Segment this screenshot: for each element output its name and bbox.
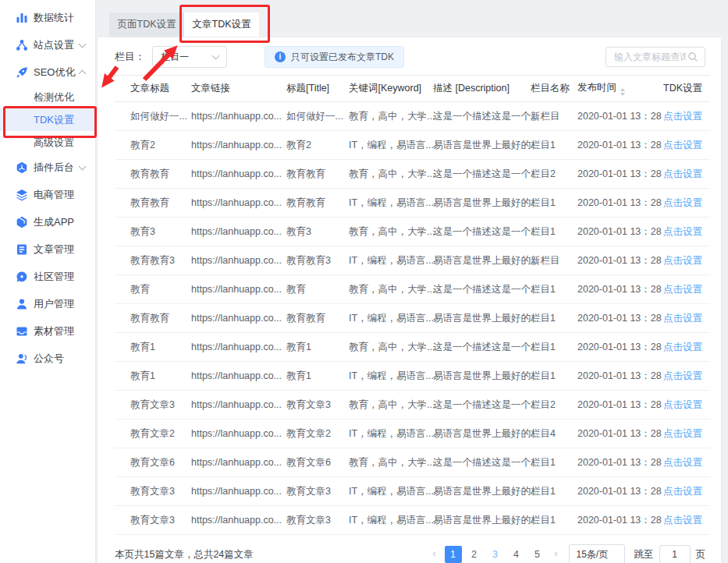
table-footer: 本页共15篇文章，总共24篇文章 ‹12345› 15条/页 跳至 页 bbox=[115, 535, 705, 563]
table-row: 教育https://lanhuapp.co...教育教育，高中，大学...这是一… bbox=[115, 275, 710, 304]
tdk-setting-link[interactable]: 点击设置 bbox=[663, 313, 702, 324]
page-button-1[interactable]: 1 bbox=[445, 546, 462, 563]
sort-caret-icon[interactable] bbox=[620, 88, 625, 96]
sidebar-item-plugins[interactable]: 插件后台 bbox=[0, 154, 95, 181]
article-link-cell: https://lanhuapp.co... bbox=[176, 160, 271, 189]
publish-time-cell: 2020-01-01 13：28 bbox=[562, 189, 648, 218]
article-title-cell: 教育文章3 bbox=[115, 391, 176, 420]
column-select[interactable]: 栏目一 bbox=[152, 46, 227, 68]
page-summary: 本页共15篇文章，总共24篇文章 bbox=[115, 548, 254, 561]
table-row: 教育1https://lanhuapp.co...教育1教育，高中，大学...这… bbox=[115, 333, 710, 362]
page-button-3[interactable]: 3 bbox=[487, 546, 504, 563]
filter-bar: 栏目： 栏目一 i 只可设置已发布文章TDK bbox=[115, 45, 705, 69]
keyword-cell: 教育，高中，大学... bbox=[333, 333, 417, 362]
sidebar-item-users[interactable]: 用户管理 bbox=[0, 290, 95, 317]
sidebar-item-tdk[interactable]: TDK设置 bbox=[0, 108, 95, 131]
tdk-setting-link[interactable]: 点击设置 bbox=[663, 399, 702, 410]
tdk-setting-link[interactable]: 点击设置 bbox=[663, 168, 702, 179]
sidebar-item-label: SEO优化 bbox=[34, 66, 75, 80]
tdk-setting-link[interactable]: 点击设置 bbox=[663, 197, 702, 208]
sidebar-item-label: 素材管理 bbox=[34, 324, 74, 338]
notice-text: 只可设置已发布文章TDK bbox=[291, 51, 394, 64]
tab-bar: 页面TDK设置 文章TDK设置 bbox=[109, 12, 259, 37]
table-row: 教育1https://lanhuapp.co...教育1IT，编程，易语言...… bbox=[115, 362, 710, 391]
tdk-setting-link[interactable]: 点击设置 bbox=[663, 486, 702, 497]
column-header-publish-time[interactable]: 发布时间 bbox=[562, 76, 648, 102]
table-row: 教育3https://lanhuapp.co...教育3教育，高中，大学...这… bbox=[115, 218, 710, 246]
tab-article-tdk[interactable]: 文章TDK设置 bbox=[184, 12, 259, 37]
page-size-select[interactable]: 15条/页 bbox=[569, 544, 625, 563]
page-button-2[interactable]: 2 bbox=[466, 546, 483, 563]
search-box[interactable] bbox=[605, 47, 705, 67]
tdk-setting-link[interactable]: 点击设置 bbox=[663, 457, 702, 468]
prev-page-button[interactable]: ‹ bbox=[428, 546, 441, 563]
table-row: 教育教育3https://lanhuapp.co...教育教育3IT，编程，易语… bbox=[115, 246, 710, 275]
page-button-4[interactable]: 4 bbox=[508, 546, 525, 563]
article-link-cell: https://lanhuapp.co... bbox=[176, 189, 271, 218]
page-size-value: 15条/页 bbox=[577, 548, 609, 561]
tdk-setting-link[interactable]: 点击设置 bbox=[663, 370, 702, 381]
sidebar-item-detect[interactable]: 检测优化 bbox=[0, 86, 95, 108]
rocket-icon bbox=[16, 66, 28, 79]
publish-time-cell: 2020-01-01 13：28 bbox=[562, 304, 648, 333]
sidebar-item-wechat[interactable]: 公众号 bbox=[0, 345, 95, 372]
tab-page-tdk[interactable]: 页面TDK设置 bbox=[109, 12, 184, 37]
search-input[interactable] bbox=[613, 51, 687, 63]
tdk-setting-link[interactable]: 点击设置 bbox=[663, 284, 702, 295]
tdk-setting-link[interactable]: 点击设置 bbox=[663, 342, 702, 352]
user-icon bbox=[16, 298, 28, 310]
sidebar-item-gen-app[interactable]: 生成APP bbox=[0, 208, 95, 235]
cube-icon bbox=[16, 161, 28, 174]
sidebar-item-seo[interactable]: SEO优化 bbox=[0, 58, 95, 86]
sidebar-item-label: 插件后台 bbox=[34, 161, 74, 175]
sidebar-item-label: 检测优化 bbox=[34, 90, 74, 104]
chevron-down-icon bbox=[79, 162, 87, 170]
article-title-cell: 教育教育 bbox=[115, 189, 176, 218]
article-link-cell: https://lanhuapp.co... bbox=[176, 131, 271, 160]
info-icon: i bbox=[275, 51, 286, 62]
tdk-setting-link[interactable]: 点击设置 bbox=[663, 428, 702, 439]
keyword-cell: 教育，高中，大学... bbox=[333, 218, 417, 246]
article-title-cell: 教育1 bbox=[115, 362, 176, 391]
sidebar-item-advanced[interactable]: 高级设置 bbox=[0, 131, 95, 154]
article-table: 文章标题文章链接标题[Title]关键词[Keyword]描述 [Descrip… bbox=[115, 75, 710, 535]
sitemap-icon bbox=[16, 39, 28, 51]
sidebar-item-label: 社区管理 bbox=[34, 270, 74, 284]
publish-time-cell: 2020-01-01 13：28 bbox=[562, 160, 648, 189]
sidebar-item-label: 高级设置 bbox=[34, 136, 74, 150]
sidebar-item-label: 数据统计 bbox=[34, 11, 74, 25]
tdk-setting-link[interactable]: 点击设置 bbox=[663, 111, 702, 122]
publish-time-cell: 2020-01-01 13：28 bbox=[562, 333, 648, 362]
tdk-setting-link[interactable]: 点击设置 bbox=[663, 515, 702, 526]
publish-time-cell: 2020-01-01 13：28 bbox=[562, 506, 648, 535]
sidebar-item-label: 生成APP bbox=[34, 215, 74, 229]
account-icon bbox=[16, 352, 28, 365]
sidebar-item-assets[interactable]: 素材管理 bbox=[0, 317, 95, 345]
sidebar-item-data-stats[interactable]: 数据统计 bbox=[0, 4, 95, 31]
article-link-cell: https://lanhuapp.co... bbox=[176, 506, 271, 535]
sidebar-item-community[interactable]: 社区管理 bbox=[0, 263, 95, 290]
keyword-cell: 教育，高中，大学... bbox=[333, 275, 417, 304]
sidebar-item-ecommerce[interactable]: 电商管理 bbox=[0, 181, 95, 208]
tdk-setting-link[interactable]: 点击设置 bbox=[663, 226, 702, 237]
chevron-down-icon bbox=[79, 40, 87, 48]
sidebar-item-articles[interactable]: 文章管理 bbox=[0, 235, 95, 263]
column-select-value: 栏目一 bbox=[161, 51, 189, 64]
next-page-button[interactable]: › bbox=[550, 546, 563, 563]
sidebar-item-site-settings[interactable]: 站点设置 bbox=[0, 31, 95, 58]
keyword-cell: IT，编程，易语言... bbox=[333, 131, 417, 160]
jump-page-input[interactable] bbox=[659, 545, 691, 563]
layers-icon bbox=[16, 189, 28, 201]
publish-time-cell: 2020-01-01 13：28 bbox=[562, 391, 648, 420]
publish-time-cell: 2020-01-01 13：28 bbox=[562, 362, 648, 391]
chat-icon bbox=[16, 271, 28, 283]
article-title-cell: 教育文章2 bbox=[115, 420, 176, 448]
table-row: 教育教育https://lanhuapp.co...教育教育教育，高中，大学..… bbox=[115, 160, 710, 189]
sidebar-item-label: 电商管理 bbox=[34, 188, 74, 202]
table-header-row: 文章标题文章链接标题[Title]关键词[Keyword]描述 [Descrip… bbox=[115, 76, 710, 102]
jump-label: 跳至 bbox=[634, 548, 654, 561]
tdk-setting-link[interactable]: 点击设置 bbox=[663, 255, 702, 266]
page-button-5[interactable]: 5 bbox=[529, 546, 546, 563]
tdk-setting-link[interactable]: 点击设置 bbox=[663, 140, 702, 150]
sidebar-item-label: TDK设置 bbox=[34, 113, 74, 127]
